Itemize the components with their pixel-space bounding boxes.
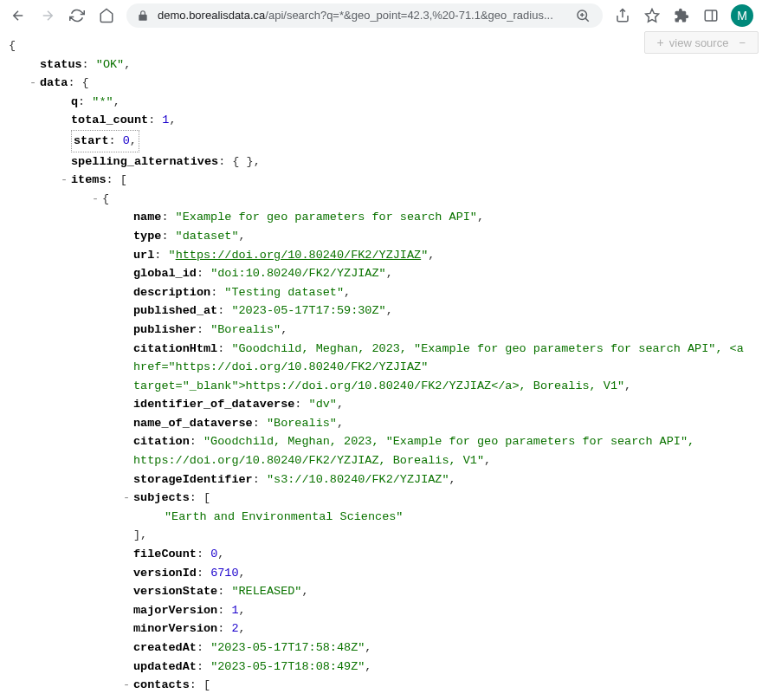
- url-text: demo.borealisdata.ca/api/search?q=*&geo_…: [158, 9, 565, 22]
- extensions-icon[interactable]: [672, 6, 691, 25]
- back-button[interactable]: [9, 6, 28, 25]
- avatar[interactable]: M: [731, 4, 753, 27]
- minus-icon: −: [739, 36, 746, 49]
- plus-icon: +: [657, 36, 664, 49]
- collapse-toggle[interactable]: -: [121, 489, 132, 508]
- view-source-button[interactable]: + view source −: [644, 31, 759, 54]
- home-button[interactable]: [97, 6, 116, 25]
- forward-button[interactable]: [38, 6, 57, 25]
- url-bar[interactable]: demo.borealisdata.ca/api/search?q=*&geo_…: [126, 3, 603, 28]
- highlighted-field: start: 0,: [71, 130, 139, 152]
- collapse-toggle[interactable]: -: [90, 190, 100, 209]
- collapse-toggle[interactable]: -: [28, 74, 38, 93]
- browser-toolbar: demo.borealisdata.ca/api/search?q=*&geo_…: [0, 0, 762, 31]
- collapse-toggle[interactable]: -: [121, 676, 132, 695]
- collapse-toggle[interactable]: -: [59, 171, 69, 190]
- share-icon[interactable]: [613, 6, 632, 25]
- bookmark-icon[interactable]: [643, 6, 662, 25]
- svg-rect-1: [705, 10, 717, 21]
- sidepanel-icon[interactable]: [701, 6, 720, 25]
- zoom-icon[interactable]: [573, 6, 592, 25]
- lock-icon: [137, 10, 149, 22]
- view-source-label: view source: [669, 36, 729, 49]
- json-viewer: { status: "OK", -data: { q: "*", total_c…: [0, 36, 762, 695]
- url-link[interactable]: https://doi.org/10.80240/FK2/YZJIAZ: [176, 249, 422, 262]
- reload-button[interactable]: [68, 6, 87, 25]
